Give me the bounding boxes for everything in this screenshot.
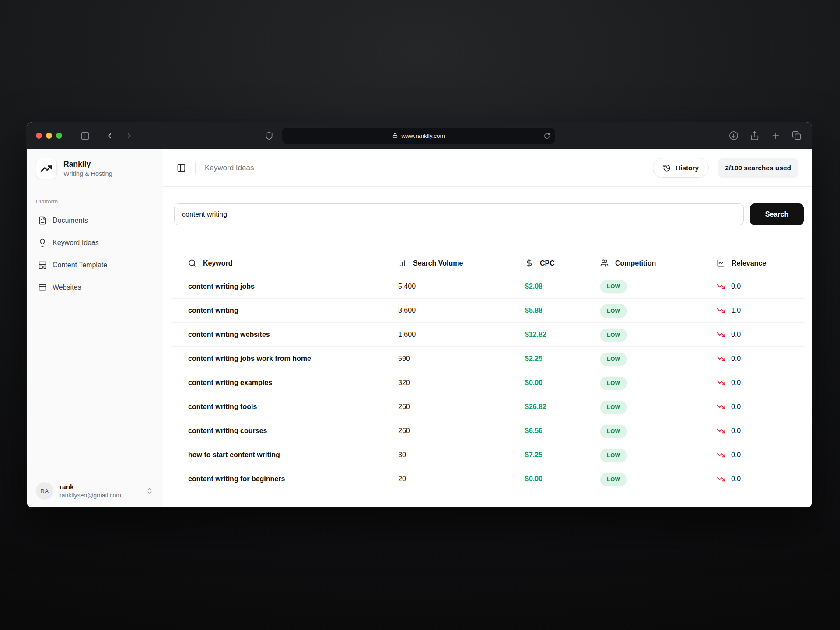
shield-icon[interactable] xyxy=(265,131,273,140)
search-button[interactable]: Search xyxy=(750,203,804,225)
keyword-cell: content writing tools xyxy=(172,403,398,411)
close-button[interactable] xyxy=(36,133,42,139)
relevance-cell: 0.0 xyxy=(717,282,804,291)
search-volume-cell: 260 xyxy=(398,427,525,435)
sidebar-item-content-template[interactable]: Content Template xyxy=(27,254,163,276)
brand-logo xyxy=(36,158,57,179)
avatar: RA xyxy=(36,482,53,500)
keyword-cell: content writing jobs xyxy=(172,283,398,290)
search-volume-cell: 320 xyxy=(398,379,525,387)
usage-badge: 2/100 searches used xyxy=(718,158,798,178)
column-label: CPC xyxy=(540,259,555,267)
downloads-icon[interactable] xyxy=(729,131,738,140)
search-volume-value: 3,600 xyxy=(398,307,416,314)
tab-overview-icon[interactable] xyxy=(792,131,802,140)
cpc-cell: $7.25 xyxy=(525,451,600,459)
search-volume-value: 590 xyxy=(398,355,410,362)
back-icon[interactable] xyxy=(105,132,114,140)
bar-chart-icon xyxy=(398,259,406,267)
sidebar-item-websites[interactable]: Websites xyxy=(27,276,163,298)
relevance-value: 0.0 xyxy=(731,355,741,363)
sidebar-collapse-icon[interactable] xyxy=(177,163,186,172)
column-label: Search Volume xyxy=(413,259,463,267)
sidebar-item-label: Keyword Ideas xyxy=(52,239,99,247)
keyword-cell: content writing courses xyxy=(172,427,398,435)
table-row[interactable]: content writing jobs work from home 590 … xyxy=(172,346,804,371)
table-row[interactable]: content writing websites 1,600 $12.82 LO… xyxy=(172,322,804,346)
titlebar-right xyxy=(555,131,812,140)
competition-cell: LOW xyxy=(600,377,717,389)
column-header-search-volume: Search Volume xyxy=(398,259,525,267)
reload-icon[interactable] xyxy=(544,133,550,139)
table-row[interactable]: content writing jobs 5,400 $2.08 LOW 0.0 xyxy=(172,274,804,298)
search-volume-cell: 5,400 xyxy=(398,283,525,290)
history-button[interactable]: History xyxy=(653,158,709,178)
table-row[interactable]: content writing tools 260 $26.82 LOW 0.0 xyxy=(172,395,804,419)
sidebar-nav: Documents Keyword Ideas Content Template… xyxy=(27,209,163,298)
cpc-cell: $0.00 xyxy=(525,379,600,387)
user-menu[interactable]: RA rank rankllyseo@gmail.com xyxy=(27,476,163,508)
relevance-cell: 1.0 xyxy=(717,306,804,315)
sidebar-item-keyword-ideas[interactable]: Keyword Ideas xyxy=(27,231,163,254)
new-tab-icon[interactable] xyxy=(771,131,780,140)
trending-down-icon xyxy=(717,378,725,387)
layout-template-icon xyxy=(38,261,47,270)
sidebar-item-label: Websites xyxy=(52,284,81,291)
competition-cell: LOW xyxy=(600,304,717,317)
search-volume-value: 320 xyxy=(398,379,410,386)
relevance-value: 1.0 xyxy=(731,307,741,315)
competition-cell: LOW xyxy=(600,353,717,365)
sidebar-item-label: Documents xyxy=(52,217,88,224)
keyword-text: how to start content writing xyxy=(188,451,280,458)
trending-down-icon xyxy=(717,475,725,483)
relevance-value: 0.0 xyxy=(731,475,741,483)
page-title: Keyword Ideas xyxy=(205,164,254,172)
keyword-table: Keyword Search Volume CPC xyxy=(172,252,804,491)
search-volume-cell: 260 xyxy=(398,403,525,411)
page-header: Keyword Ideas History 2/100 searches use… xyxy=(163,149,812,187)
column-label: Keyword xyxy=(203,259,233,267)
keyword-cell: how to start content writing xyxy=(172,451,398,459)
cpc-value: $0.00 xyxy=(525,379,542,386)
trending-down-icon xyxy=(717,330,725,339)
competition-cell: LOW xyxy=(600,473,717,486)
keyword-search-input[interactable] xyxy=(174,203,744,225)
relevance-cell: 0.0 xyxy=(717,354,804,363)
address-bar[interactable]: www.ranklly.com xyxy=(282,128,555,144)
zoom-button[interactable] xyxy=(56,133,62,139)
cpc-cell: $2.08 xyxy=(525,283,600,290)
table-row[interactable]: content writing for beginners 20 $0.00 L… xyxy=(172,467,804,491)
trending-down-icon xyxy=(717,402,725,411)
table-row[interactable]: how to start content writing 30 $7.25 LO… xyxy=(172,443,804,467)
keyword-text: content writing examples xyxy=(188,379,272,386)
search-volume-value: 1,600 xyxy=(398,331,416,338)
keyword-text: content writing jobs work from home xyxy=(188,355,311,362)
main-panel: Keyword Ideas History 2/100 searches use… xyxy=(163,149,812,508)
keyword-text: content writing jobs xyxy=(188,283,255,290)
table-row[interactable]: content writing courses 260 $6.56 LOW 0.… xyxy=(172,419,804,443)
users-icon xyxy=(600,259,609,267)
keyword-cell: content writing for beginners xyxy=(172,475,398,483)
header-actions: History 2/100 searches used xyxy=(653,158,798,178)
keyword-cell: content writing xyxy=(172,307,398,315)
browser-window-icon xyxy=(38,283,47,292)
table-row[interactable]: content writing 3,600 $5.88 LOW 1.0 xyxy=(172,298,804,322)
brand: Ranklly Writing & Hosting xyxy=(27,149,163,179)
search-volume-cell: 20 xyxy=(398,475,525,483)
browser-sidebar-toggle-icon[interactable] xyxy=(80,131,90,140)
user-name: rank xyxy=(60,483,121,491)
competition-badge: LOW xyxy=(600,377,627,389)
desktop-background: www.ranklly.com Ranklly xyxy=(0,0,840,630)
minimize-button[interactable] xyxy=(46,133,52,139)
cpc-cell: $5.88 xyxy=(525,307,600,315)
table-row[interactable]: content writing examples 320 $0.00 LOW 0… xyxy=(172,371,804,395)
table-body: content writing jobs 5,400 $2.08 LOW 0.0… xyxy=(172,274,804,491)
search-volume-cell: 590 xyxy=(398,355,525,363)
forward-icon[interactable] xyxy=(125,132,133,140)
search-volume-value: 260 xyxy=(398,427,410,434)
sidebar: Ranklly Writing & Hosting Platform Docum… xyxy=(27,149,163,508)
keyword-cell: content writing websites xyxy=(172,331,398,339)
share-icon[interactable] xyxy=(750,131,760,140)
sidebar-item-documents[interactable]: Documents xyxy=(27,209,163,231)
column-header-relevance: Relevance xyxy=(717,259,804,267)
